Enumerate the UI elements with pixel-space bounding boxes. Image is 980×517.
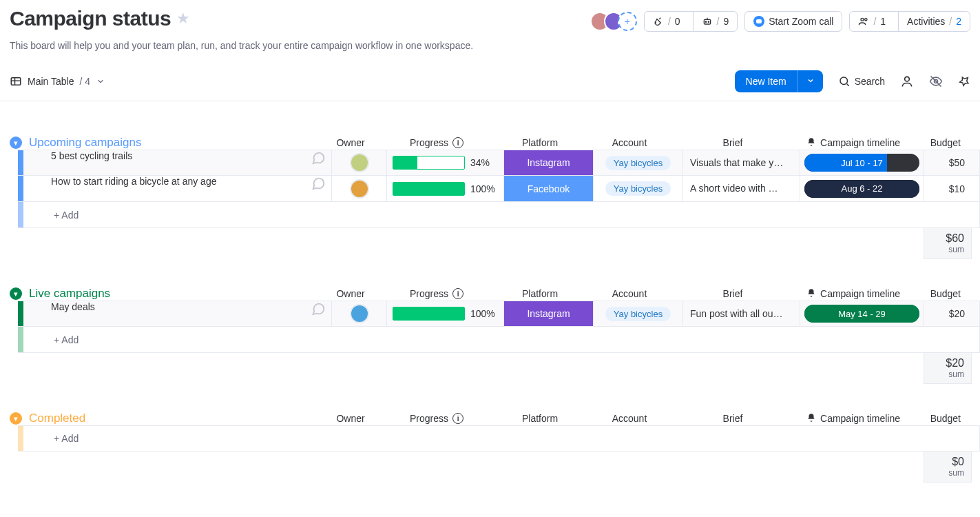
collapse-icon[interactable]: ▾ — [10, 287, 22, 300]
column-header-budget[interactable]: Budget — [915, 137, 963, 148]
add-item-label: + Add — [39, 426, 979, 451]
person-filter-button[interactable] — [900, 74, 914, 88]
add-item-row[interactable]: + Add — [18, 202, 980, 228]
conversation-button[interactable] — [311, 301, 331, 326]
column-header-progress[interactable]: Progress i — [378, 288, 495, 299]
column-header-account[interactable]: Account — [585, 288, 674, 299]
invite-member-icon[interactable]: + — [618, 12, 637, 31]
column-header-progress[interactable]: Progress i — [378, 413, 495, 424]
column-header-account[interactable]: Account — [585, 137, 674, 148]
hide-columns-button[interactable] — [929, 74, 943, 88]
brief-cell[interactable]: Visuals that make y… — [682, 150, 800, 175]
progress-percent: 34% — [470, 157, 498, 168]
group-summary: $0 sum — [18, 452, 980, 483]
board-title: Campaign status — [10, 7, 171, 30]
column-header-owner[interactable]: Owner — [323, 137, 378, 148]
column-header-brief[interactable]: Brief — [674, 137, 791, 148]
column-header-platform[interactable]: Platform — [495, 137, 585, 148]
person-icon — [900, 74, 914, 88]
group-name-label[interactable]: Upcoming campaigns — [29, 136, 141, 150]
conversation-button[interactable] — [311, 150, 331, 175]
view-selector[interactable]: Main Table / 4 — [10, 75, 105, 88]
owner-cell[interactable] — [331, 150, 386, 175]
item-name-cell[interactable]: 5 best cycling trails — [39, 150, 311, 175]
info-icon[interactable]: i — [452, 413, 463, 424]
timeline-pill: Aug 6 - 22 — [804, 180, 919, 198]
owner-cell[interactable] — [331, 301, 386, 326]
budget-cell[interactable]: $50 — [924, 150, 972, 175]
column-header-timeline[interactable]: Campaign timeline — [791, 413, 915, 425]
item-name-cell[interactable]: May deals — [39, 301, 311, 326]
group-title[interactable]: ▾ Upcoming campaigns — [10, 136, 323, 150]
platform-label: Instagram — [504, 301, 593, 326]
collapse-icon[interactable]: ▾ — [10, 136, 22, 149]
search-button[interactable]: Search — [838, 75, 885, 88]
add-item-row[interactable]: + Add — [18, 425, 980, 452]
board-members-avatars[interactable]: + — [590, 12, 637, 31]
members-button[interactable]: / 1 — [850, 12, 894, 31]
item-name-cell[interactable]: How to start riding a bicycle at any age — [39, 176, 311, 201]
people-icon — [858, 16, 869, 27]
column-header-brief[interactable]: Brief — [674, 413, 791, 424]
platform-cell[interactable]: Instagram — [503, 301, 593, 326]
column-header-platform[interactable]: Platform — [495, 288, 585, 299]
automations-button[interactable]: / 9 — [693, 12, 738, 31]
column-header-budget[interactable]: Budget — [915, 413, 963, 424]
column-header-timeline[interactable]: Campaign timeline — [791, 288, 915, 300]
budget-cell[interactable]: $20 — [924, 301, 972, 326]
group-title[interactable]: ▾ Live campaigns — [10, 287, 323, 301]
owner-cell[interactable] — [331, 176, 386, 201]
brief-cell[interactable]: A short video with … — [682, 176, 800, 201]
platform-cell[interactable]: Instagram — [503, 150, 593, 175]
progress-bar — [393, 156, 465, 170]
pin-button[interactable] — [958, 75, 970, 88]
new-item-button[interactable]: New Item — [735, 70, 823, 92]
table-row[interactable]: 5 best cycling trails 34% Instagram Yay … — [18, 150, 980, 176]
column-header-owner[interactable]: Owner — [323, 288, 378, 299]
account-cell[interactable]: Yay bicycles — [593, 176, 682, 201]
column-header-account[interactable]: Account — [585, 413, 674, 424]
timeline-cell[interactable]: May 14 - 29 — [800, 301, 924, 326]
brief-cell[interactable]: Fun post with all ou… — [682, 301, 800, 326]
column-header-budget[interactable]: Budget — [915, 288, 963, 299]
budget-cell[interactable]: $10 — [924, 176, 972, 201]
board-description: This board will help you and your team p… — [10, 40, 473, 51]
bell-icon — [806, 413, 816, 425]
column-header-brief[interactable]: Brief — [674, 288, 791, 299]
progress-cell[interactable]: 100% — [386, 301, 503, 326]
progress-cell[interactable]: 34% — [386, 150, 503, 175]
column-header-platform[interactable]: Platform — [495, 413, 585, 424]
group-name-label[interactable]: Completed — [29, 412, 85, 425]
table-icon — [10, 75, 22, 88]
platform-cell[interactable]: Facebook — [503, 176, 593, 201]
group-name-label[interactable]: Live campaigns — [29, 287, 110, 301]
chat-icon — [311, 301, 326, 316]
progress-percent: 100% — [470, 308, 498, 319]
favorite-star-icon[interactable]: ★ — [176, 10, 190, 28]
column-header-owner[interactable]: Owner — [323, 413, 378, 424]
sum-value: $0 — [931, 456, 964, 468]
info-icon[interactable]: i — [452, 288, 463, 299]
table-row[interactable]: How to start riding a bicycle at any age… — [18, 176, 980, 202]
chevron-down-icon — [806, 77, 815, 85]
conversation-button[interactable] — [311, 176, 331, 201]
account-cell[interactable]: Yay bicycles — [593, 301, 682, 326]
bell-icon — [806, 288, 816, 300]
add-item-row[interactable]: + Add — [18, 327, 980, 353]
new-item-dropdown[interactable] — [797, 70, 823, 92]
timeline-cell[interactable]: Jul 10 - 17 — [800, 150, 924, 175]
integrations-button[interactable]: / 0 — [645, 12, 689, 31]
account-cell[interactable]: Yay bicycles — [593, 150, 682, 175]
start-zoom-button[interactable]: Start Zoom call — [744, 11, 842, 32]
timeline-cell[interactable]: Aug 6 - 22 — [800, 176, 924, 201]
table-row[interactable]: May deals 100% Instagram Yay bicycles Fu… — [18, 301, 980, 327]
activities-button[interactable]: Activities / 2 — [898, 12, 970, 31]
group-upcoming: ▾ Upcoming campaigns Owner Progress i Pl… — [0, 136, 980, 259]
column-header-progress[interactable]: Progress i — [378, 137, 495, 148]
info-icon[interactable]: i — [452, 137, 463, 148]
column-header-timeline[interactable]: Campaign timeline — [791, 137, 915, 149]
progress-cell[interactable]: 100% — [386, 176, 503, 201]
group-title[interactable]: ▾ Completed — [10, 412, 323, 425]
collapse-icon[interactable]: ▾ — [10, 412, 22, 425]
timeline-pill: Jul 10 - 17 — [804, 154, 919, 172]
